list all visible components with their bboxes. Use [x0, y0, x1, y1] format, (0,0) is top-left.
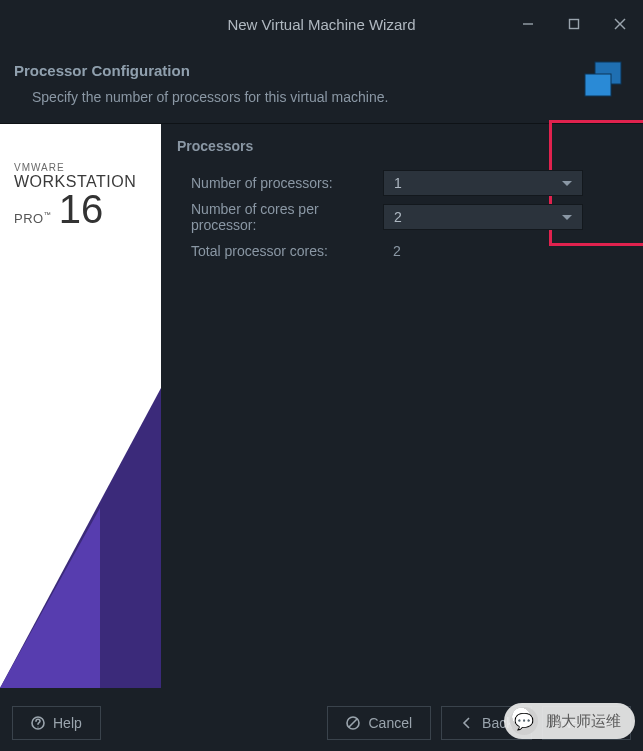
watermark-avatar: 💬 [510, 707, 538, 735]
wizard-body: VMWARE WORKSTATION PRO™ 16 Processors Nu… [0, 124, 643, 688]
product-brand: VMWARE WORKSTATION PRO™ 16 [14, 162, 136, 227]
dropdown-cores-per-processor[interactable]: 2 [383, 204, 583, 230]
help-icon [31, 716, 45, 730]
page-subtitle: Specify the number of processors for thi… [14, 89, 629, 105]
watermark-overlay: 💬 鹏大师运维 [504, 703, 635, 739]
help-label: Help [53, 715, 82, 731]
maximize-icon [568, 18, 580, 30]
row-total-cores: Total processor cores: 2 [177, 236, 621, 266]
close-button[interactable] [597, 0, 643, 48]
sidebar-artwork: VMWARE WORKSTATION PRO™ 16 [0, 124, 161, 688]
brand-version: 16 [59, 191, 104, 227]
window-controls [505, 0, 643, 48]
main-panel: Processors Number of processors: 1 Numbe… [161, 124, 643, 688]
brand-line1: VMWARE [14, 162, 136, 173]
chevron-left-icon [460, 716, 474, 730]
label-cores-per-processor: Number of cores per processor: [177, 201, 383, 233]
wizard-header: Processor Configuration Specify the numb… [0, 48, 643, 124]
label-num-processors: Number of processors: [177, 175, 383, 191]
value-total-cores: 2 [383, 243, 401, 259]
section-title-processors: Processors [177, 138, 621, 154]
brand-pro: PRO [14, 211, 44, 226]
svg-point-7 [37, 726, 38, 727]
brand-tm: ™ [44, 211, 51, 218]
dropdown-num-processors[interactable]: 1 [383, 170, 583, 196]
value-cores-per-processor: 2 [394, 209, 402, 225]
cancel-button[interactable]: Cancel [327, 706, 431, 740]
help-button[interactable]: Help [12, 706, 101, 740]
row-num-processors: Number of processors: 1 [177, 168, 621, 198]
value-num-processors: 1 [394, 175, 402, 191]
row-cores-per-processor: Number of cores per processor: 2 [177, 202, 621, 232]
titlebar: New Virtual Machine Wizard [0, 0, 643, 48]
chevron-down-icon [562, 181, 572, 186]
cancel-icon [346, 716, 360, 730]
svg-rect-5 [585, 74, 611, 96]
minimize-button[interactable] [505, 0, 551, 48]
page-title: Processor Configuration [14, 62, 629, 79]
close-icon [614, 18, 626, 30]
minimize-icon [522, 18, 534, 30]
cancel-label: Cancel [368, 715, 412, 731]
chevron-down-icon [562, 215, 572, 220]
watermark-text: 鹏大师运维 [546, 712, 621, 731]
svg-line-9 [349, 719, 357, 727]
maximize-button[interactable] [551, 0, 597, 48]
processor-hero-icon [581, 60, 625, 103]
label-total-cores: Total processor cores: [177, 243, 383, 259]
svg-rect-1 [570, 20, 579, 29]
